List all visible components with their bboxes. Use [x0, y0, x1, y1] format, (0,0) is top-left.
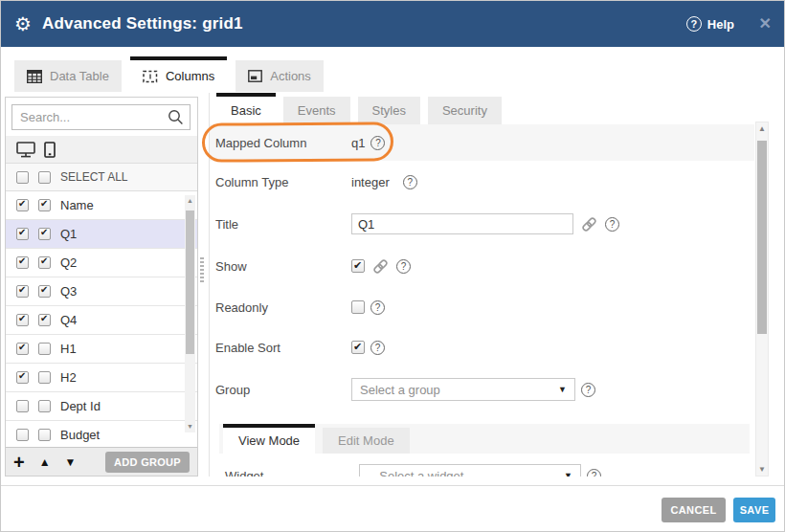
- add-group-button[interactable]: ADD GROUP: [105, 452, 190, 473]
- tab-data-table[interactable]: Data Table: [14, 60, 122, 92]
- column-row[interactable]: Dept Id: [6, 392, 197, 421]
- add-column-icon[interactable]: +: [13, 453, 25, 472]
- column-label: Q3: [60, 284, 77, 299]
- panel-splitter-handle[interactable]: [200, 257, 204, 282]
- column-label: H1: [60, 342, 77, 356]
- panel-scrollbar[interactable]: ▲ ▼: [755, 122, 769, 477]
- desktop-icon[interactable]: [16, 142, 35, 158]
- show-checkbox[interactable]: [351, 259, 365, 273]
- column-list: Name Q1 Q2 Q3 Q4 H1 H2 Dept Id Budget ▲: [6, 191, 197, 452]
- title-input[interactable]: [351, 213, 573, 234]
- readonly-help-icon[interactable]: ?: [370, 300, 385, 315]
- widget-label: Widget: [225, 469, 359, 477]
- column-row[interactable]: Q4: [6, 306, 197, 335]
- column-type-value: integer: [351, 175, 390, 189]
- tab-actions[interactable]: Actions: [236, 60, 324, 92]
- tab-columns[interactable]: Columns: [130, 60, 227, 92]
- tab-view-mode[interactable]: View Mode: [223, 428, 315, 454]
- web-checkbox[interactable]: [16, 228, 29, 240]
- search-icon: [168, 109, 184, 125]
- web-checkbox[interactable]: [16, 400, 29, 412]
- mobile-checkbox[interactable]: [38, 256, 51, 269]
- cancel-button[interactable]: CANCEL: [662, 498, 726, 522]
- close-icon[interactable]: ✕: [759, 14, 772, 33]
- title-bind-link-icon[interactable]: [581, 216, 597, 233]
- column-row[interactable]: Name: [6, 191, 197, 220]
- group-select[interactable]: Select a group ▼: [351, 378, 575, 401]
- column-row[interactable]: Budget: [6, 421, 197, 450]
- readonly-row: Readonly ?: [210, 287, 754, 327]
- select-all-mobile-checkbox[interactable]: [38, 171, 51, 184]
- panel-scroll-thumb[interactable]: [757, 141, 767, 334]
- tab-edit-mode[interactable]: Edit Mode: [323, 428, 410, 454]
- show-label: Show: [215, 259, 351, 274]
- sidebar-scrollbar[interactable]: ▲ ▼: [185, 195, 195, 432]
- help-button[interactable]: ? Help: [686, 1, 734, 47]
- web-checkbox[interactable]: [16, 343, 29, 355]
- scroll-up-icon[interactable]: ▲: [185, 195, 195, 207]
- select-all-web-checkbox[interactable]: [16, 171, 29, 184]
- subtab-basic[interactable]: Basic: [216, 97, 276, 124]
- scroll-thumb[interactable]: [186, 211, 194, 354]
- column-row[interactable]: Q2: [6, 249, 197, 277]
- search-input[interactable]: [11, 104, 191, 130]
- web-checkbox[interactable]: [16, 314, 29, 326]
- widget-select[interactable]: -- Select a widget -- ▼: [359, 464, 581, 477]
- subtab-security[interactable]: Security: [428, 97, 502, 124]
- web-checkbox[interactable]: [16, 371, 29, 384]
- mapped-column-help-icon[interactable]: ?: [370, 136, 385, 150]
- help-label: Help: [707, 17, 734, 32]
- footer-divider: [1, 485, 784, 486]
- group-row: Group Select a group ▼ ?: [210, 367, 754, 411]
- enable-sort-checkbox[interactable]: [351, 341, 365, 354]
- panel-scroll-up-icon[interactable]: ▲: [756, 124, 768, 133]
- web-checkbox[interactable]: [16, 285, 29, 298]
- column-row[interactable]: Q1: [6, 220, 197, 249]
- group-help-icon[interactable]: ?: [581, 383, 595, 397]
- mobile-checkbox[interactable]: [38, 285, 51, 298]
- scroll-down-icon[interactable]: ▼: [185, 421, 195, 432]
- save-button[interactable]: SAVE: [733, 498, 775, 522]
- widget-help-icon[interactable]: ?: [587, 469, 601, 477]
- move-up-icon[interactable]: ▲: [39, 455, 51, 469]
- show-help-icon[interactable]: ?: [396, 259, 411, 274]
- mobile-checkbox[interactable]: [38, 371, 51, 384]
- enable-sort-row: Enable Sort ?: [210, 327, 754, 367]
- column-label: H2: [60, 370, 77, 385]
- mode-panel: View Mode Edit Mode Widget -- Select a w…: [219, 424, 750, 477]
- column-row[interactable]: H1: [6, 335, 197, 364]
- subtab-events[interactable]: Events: [283, 97, 350, 124]
- column-label: Name: [60, 198, 94, 212]
- group-label: Group: [215, 383, 351, 397]
- mobile-checkbox[interactable]: [38, 314, 51, 326]
- mobile-checkbox[interactable]: [38, 400, 51, 412]
- enable-sort-help-icon[interactable]: ?: [370, 341, 385, 355]
- mobile-checkbox[interactable]: [38, 228, 51, 240]
- column-row[interactable]: Q3: [6, 277, 197, 306]
- column-label: Dept Id: [60, 399, 101, 413]
- readonly-checkbox[interactable]: [351, 300, 365, 314]
- mapped-column-row: Mapped Column q1 ?: [210, 124, 754, 161]
- web-checkbox[interactable]: [16, 256, 29, 269]
- web-checkbox[interactable]: [16, 429, 29, 441]
- title-row: Title ?: [210, 203, 754, 245]
- panel-scroll-down-icon[interactable]: ▼: [756, 465, 768, 474]
- columns-icon: [143, 70, 158, 83]
- mobile-checkbox[interactable]: [38, 429, 51, 441]
- column-type-label: Column Type: [215, 175, 351, 189]
- show-bind-link-icon[interactable]: [372, 258, 389, 275]
- mobile-checkbox[interactable]: [38, 343, 51, 355]
- web-checkbox[interactable]: [16, 199, 29, 211]
- settings-subtabs: Basic Events Styles Security: [210, 93, 771, 124]
- mobile-checkbox[interactable]: [38, 199, 51, 211]
- column-row[interactable]: H2: [6, 364, 197, 392]
- move-down-icon[interactable]: ▼: [65, 455, 77, 469]
- mobile-icon[interactable]: [44, 142, 56, 158]
- help-question-icon: ?: [686, 16, 702, 32]
- dialog-title: Advanced Settings: grid1: [42, 14, 243, 33]
- subtab-styles[interactable]: Styles: [358, 97, 420, 124]
- title-help-icon[interactable]: ?: [605, 217, 619, 232]
- column-type-help-icon[interactable]: ?: [403, 175, 417, 189]
- columns-sidebar: SELECT ALL Name Q1 Q2 Q3 Q4 H1 H2 Dept I…: [5, 97, 198, 477]
- mapped-column-label: Mapped Column: [215, 136, 351, 150]
